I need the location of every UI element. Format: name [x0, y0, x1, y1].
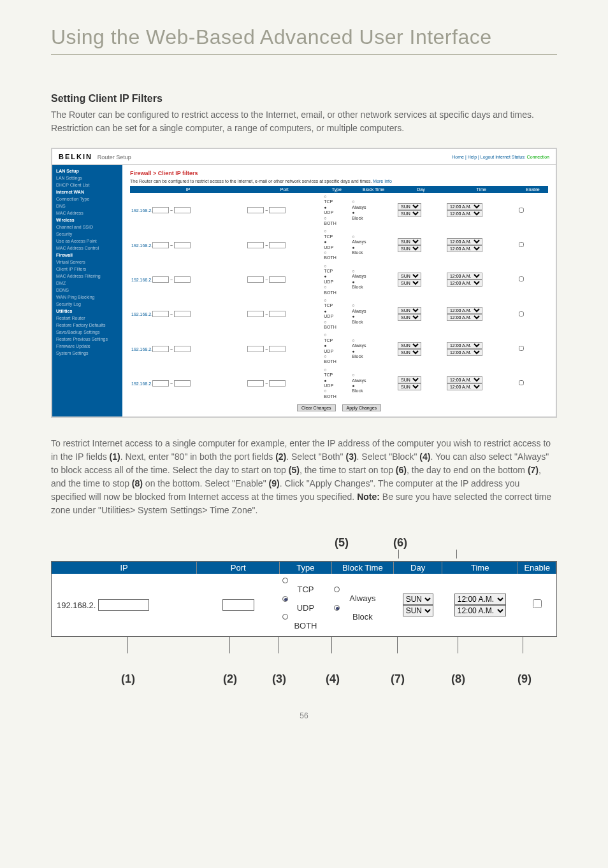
sidebar-utilities: Utilities	[52, 308, 122, 315]
sidebar-use-ap[interactable]: Use as Access Point	[52, 238, 122, 245]
filter-row: 192.168.2. ~ ~ ○ TCP● UDP○ BOTH ○ Always…	[130, 227, 548, 262]
sidebar-internet-wan: Internet WAN	[52, 189, 122, 196]
callout-2: (2)	[223, 672, 237, 686]
sidebar-dmz[interactable]: DMZ	[52, 280, 122, 287]
col-time: Time	[445, 186, 518, 193]
section-heading: Setting Client IP Filters	[51, 93, 557, 104]
filter-row: 192.168.2. ~ ~ ○ TCP● UDP○ BOTH ○ Always…	[130, 331, 548, 366]
sidebar-wireless: Wireless	[52, 217, 122, 224]
sidebar-factory[interactable]: Restore Factory Defaults	[52, 322, 122, 329]
filter-table: IP Port Type Block Time Day Time Enable …	[130, 186, 548, 401]
router-body: LAN Setup LAN Settings DHCP Client List …	[52, 165, 556, 416]
sidebar-firewall: Firewall	[52, 252, 122, 259]
col-day: Day	[396, 186, 445, 193]
callout-8: (8)	[451, 672, 465, 686]
sidebar-client-ip[interactable]: Client IP Filters	[52, 266, 122, 273]
filter-title: Firewall > Client IP filters	[130, 170, 548, 176]
router-header: BELKIN Router Setup Home | Help | Logout…	[52, 149, 556, 165]
block-always[interactable]: Always	[334, 587, 391, 605]
detail-time-end[interactable]: 12:00 A.M.	[454, 605, 506, 616]
bottom-callouts: (1) (2) (3) (4) (7) (8) (9)	[51, 672, 557, 686]
col-block-time: Block Time	[351, 186, 396, 193]
detail-col-block-time: Block Time	[331, 562, 394, 574]
block-block[interactable]: Block	[334, 605, 391, 623]
detail-col-enable: Enable	[518, 562, 556, 574]
sidebar-ddns[interactable]: DDNS	[52, 287, 122, 294]
page-title: Using the Web-Based Advanced User Interf…	[51, 25, 557, 49]
more-info-link[interactable]: More Info	[373, 179, 392, 183]
callout-1: (1)	[121, 672, 135, 686]
sidebar-dhcp-client[interactable]: DHCP Client List	[52, 181, 122, 189]
day-select-end[interactable]: SUN	[398, 210, 421, 217]
col-type: Type	[322, 186, 351, 193]
port-input-end[interactable]	[269, 207, 286, 213]
detail-col-day: Day	[394, 562, 442, 574]
callout-5: (5)	[335, 536, 349, 550]
detail-day-end[interactable]: SUN	[403, 605, 433, 616]
instructions-paragraph: To restrict Internet access to a single …	[51, 437, 557, 517]
sidebar-virtual-srv[interactable]: Virtual Servers	[52, 259, 122, 266]
detail-col-type: Type	[280, 562, 331, 574]
detail-col-ip: IP	[52, 562, 197, 574]
callout-7: (7)	[391, 672, 405, 686]
callout-9: (9)	[518, 672, 532, 686]
sidebar-mac-ctrl[interactable]: MAC Address Control	[52, 245, 122, 252]
col-ip: IP	[130, 186, 246, 193]
detail-table: IP Port Type Block Time Day Time Enable …	[52, 562, 556, 636]
sidebar-wan-ping[interactable]: WAN Ping Blocking	[52, 294, 122, 301]
sidebar-mac-filter[interactable]: MAC Address Filtering	[52, 273, 122, 280]
filter-description: The Router can be configured to restrict…	[130, 179, 548, 183]
ip-input-end[interactable]	[174, 207, 191, 213]
detail-port-input[interactable]	[222, 599, 254, 611]
sidebar-fw-update[interactable]: Firmware Update	[52, 343, 122, 350]
detail-screenshot: IP Port Type Block Time Day Time Enable …	[51, 561, 557, 637]
port-input[interactable]	[247, 207, 264, 213]
time-select[interactable]: 12:00 A.M.	[447, 203, 482, 210]
type-both[interactable]: BOTH	[282, 614, 329, 632]
filter-row: 192.168.2. ~ ~ ○ TCP● UDP○ BOTH ○ Always…	[130, 366, 548, 401]
sidebar-channel-ssid[interactable]: Channel and SSID	[52, 224, 122, 231]
sidebar-conn-type[interactable]: Connection Type	[52, 196, 122, 203]
page-number: 56	[51, 711, 557, 720]
router-sidebar: LAN Setup LAN Settings DHCP Client List …	[52, 165, 122, 416]
router-setup-label: Router Setup	[98, 154, 131, 160]
detail-col-port: Port	[197, 562, 280, 574]
filter-row: 192.168.2. ~ ~ ○ TCP● UDP○ BOTH ○ Always…	[130, 297, 548, 331]
sidebar-save-backup[interactable]: Save/Backup Settings	[52, 329, 122, 336]
col-enable: Enable	[518, 186, 548, 193]
sidebar-sys-settings[interactable]: System Settings	[52, 350, 122, 357]
detail-time-start[interactable]: 12:00 A.M.	[454, 594, 506, 605]
filter-row: 192.168.2. ~ ~ ○ TCP● UDP○ BOTH ○ Always…	[130, 193, 548, 227]
sidebar-restore-prev[interactable]: Restore Previous Settings	[52, 336, 122, 343]
intro-paragraph: The Router can be configured to restrict…	[51, 108, 557, 135]
day-select[interactable]: SUN	[398, 203, 421, 210]
detail-enable-checkbox[interactable]	[533, 599, 542, 608]
sidebar-security[interactable]: Security	[52, 231, 122, 238]
sidebar-sec-log[interactable]: Security Log	[52, 301, 122, 308]
router-screenshot: BELKIN Router Setup Home | Help | Logout…	[51, 148, 557, 418]
sidebar-restart[interactable]: Restart Router	[52, 315, 122, 322]
enable-checkbox[interactable]	[519, 208, 524, 213]
detail-day-start[interactable]: SUN	[403, 594, 433, 605]
time-select-end[interactable]: 12:00 A.M.	[447, 210, 482, 217]
title-divider	[51, 54, 557, 55]
ip-input[interactable]	[152, 207, 169, 213]
type-tcp[interactable]: TCP	[282, 578, 329, 596]
callout-3: (3)	[272, 672, 286, 686]
sidebar-lan-settings[interactable]: LAN Settings	[52, 174, 122, 181]
filter-row: 192.168.2. ~ ~ ○ TCP● UDP○ BOTH ○ Always…	[130, 262, 548, 297]
detail-row: 192.168.2. TCP UDP BOTH Always Block SUN	[52, 574, 556, 636]
router-main-content: Firewall > Client IP filters The Router …	[122, 165, 556, 416]
callout-6: (6)	[393, 536, 407, 550]
sidebar-mac-addr[interactable]: MAC Address	[52, 210, 122, 217]
sidebar-lan-setup: LAN Setup	[52, 167, 122, 174]
apply-changes-button[interactable]: Apply Changes	[342, 404, 381, 411]
detail-col-time: Time	[442, 562, 518, 574]
detail-ip-input[interactable]	[98, 599, 149, 611]
col-port: Port	[246, 186, 322, 193]
detail-ip-prefix: 192.168.2.	[57, 600, 96, 609]
type-udp[interactable]: UDP	[282, 596, 329, 615]
clear-changes-button[interactable]: Clear Changes	[297, 404, 336, 411]
sidebar-dns[interactable]: DNS	[52, 203, 122, 210]
top-callouts: (5) (6)	[51, 536, 557, 550]
